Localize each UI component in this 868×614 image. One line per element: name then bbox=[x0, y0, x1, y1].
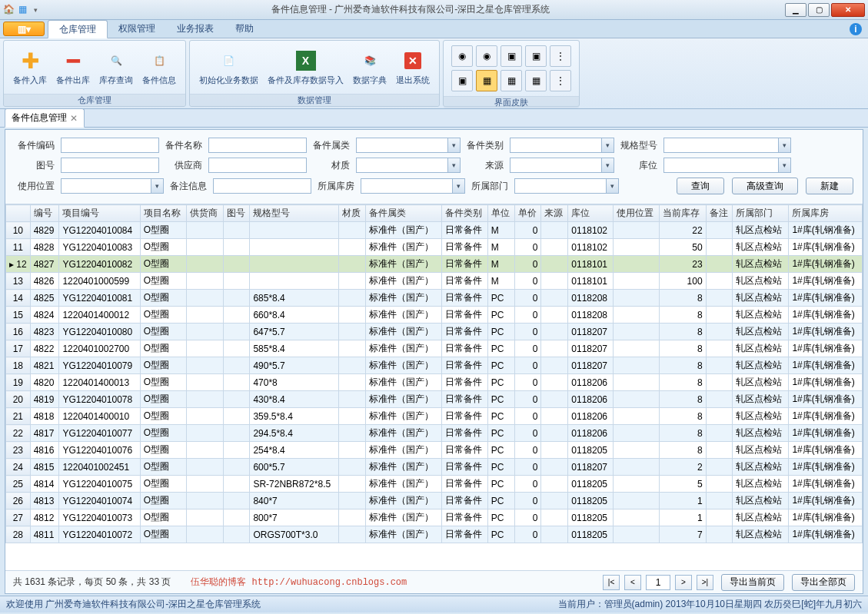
filter-input[interactable] bbox=[61, 178, 151, 194]
help-icon[interactable]: i bbox=[850, 23, 862, 35]
qat-apps-icon[interactable]: ▦ bbox=[18, 4, 31, 16]
qat-home-icon[interactable]: 🏠 bbox=[3, 4, 15, 16]
table-row[interactable]: 1348261220401000599O型圈标准件（国产）日常备件M001181… bbox=[6, 273, 863, 290]
export-current-button[interactable]: 导出当前页 bbox=[721, 574, 784, 591]
ribbon-button[interactable]: X备件及库存数据导入 bbox=[263, 47, 348, 88]
table-row[interactable]: 224817YG12204010077O型圈294.5*8.4标准件（国产）日常… bbox=[6, 425, 863, 442]
column-header[interactable]: 供货商 bbox=[187, 205, 224, 222]
skin-option[interactable]: ◉ bbox=[476, 45, 497, 67]
column-header[interactable]: 备注 bbox=[706, 205, 733, 222]
column-header[interactable]: 材质 bbox=[339, 205, 366, 222]
column-header[interactable]: 单位 bbox=[487, 205, 514, 222]
export-all-button[interactable]: 导出全部页 bbox=[792, 574, 855, 591]
column-header[interactable]: 规格型号 bbox=[250, 205, 339, 222]
skin-option[interactable]: ⋮ bbox=[550, 45, 571, 67]
ribbon-button[interactable]: ━备件出库 bbox=[52, 47, 95, 88]
table-row[interactable]: 204819YG12204010078O型圈430*8.4标准件（国产）日常备件… bbox=[6, 391, 863, 408]
app-menu-button[interactable]: ▥▾ bbox=[3, 22, 45, 36]
filter-input[interactable] bbox=[663, 138, 779, 153]
table-row[interactable]: 164823YG12204010080O型圈647*5.7标准件（国产）日常备件… bbox=[6, 324, 863, 340]
pager-page-input[interactable] bbox=[646, 575, 670, 590]
column-header[interactable]: 使用位置 bbox=[614, 205, 660, 222]
pager-first-button[interactable]: |< bbox=[603, 575, 620, 590]
ribbon-button[interactable]: 📄初始化业务数据 bbox=[195, 47, 263, 88]
dropdown-icon[interactable]: ▾ bbox=[151, 178, 164, 194]
dropdown-icon[interactable]: ▾ bbox=[453, 178, 465, 194]
dropdown-icon[interactable]: ▾ bbox=[448, 158, 461, 173]
column-header[interactable]: 当前库存 bbox=[660, 205, 706, 222]
filter-action-button[interactable]: 高级查询 bbox=[732, 178, 798, 194]
filter-input[interactable] bbox=[356, 138, 448, 153]
skin-option[interactable]: ▦ bbox=[525, 70, 547, 91]
minimize-button[interactable] bbox=[785, 3, 806, 17]
table-row[interactable]: 234816YG12204010076O型圈254*8.4标准件（国产）日常备件… bbox=[6, 442, 863, 459]
ribbon-button[interactable]: ✕退出系统 bbox=[391, 47, 434, 88]
skin-option[interactable]: ⋮ bbox=[550, 70, 571, 91]
skin-option[interactable]: ▣ bbox=[451, 70, 473, 91]
table-row[interactable]: 2148181220401400010O型圈359.5*8.4标准件（国产）日常… bbox=[6, 408, 863, 425]
filter-input[interactable] bbox=[510, 138, 602, 153]
dropdown-icon[interactable]: ▾ bbox=[602, 158, 614, 173]
filter-action-button[interactable]: 查询 bbox=[677, 178, 724, 194]
table-row[interactable]: ▸ 124827YG12204010082O型圈标准件（国产）日常备件M0011… bbox=[6, 256, 863, 273]
column-header[interactable]: 图号 bbox=[223, 205, 250, 222]
dropdown-icon[interactable]: ▾ bbox=[779, 138, 791, 153]
column-header[interactable]: 编号 bbox=[30, 205, 59, 222]
filter-input[interactable] bbox=[61, 138, 159, 153]
ribbon-button[interactable]: ✚备件入库 bbox=[8, 47, 52, 88]
menu-item[interactable]: 权限管理 bbox=[108, 20, 166, 38]
skin-option[interactable]: ▣ bbox=[525, 45, 547, 67]
skin-option[interactable]: ▦ bbox=[501, 70, 522, 91]
filter-input[interactable] bbox=[514, 178, 607, 194]
ribbon-button[interactable]: 📚数据字典 bbox=[348, 47, 391, 88]
dropdown-icon[interactable]: ▾ bbox=[602, 138, 614, 153]
filter-input[interactable] bbox=[208, 158, 307, 173]
pager-last-button[interactable]: >| bbox=[697, 575, 713, 590]
dropdown-icon[interactable]: ▾ bbox=[448, 138, 461, 153]
table-row[interactable]: 104829YG12204010084O型圈标准件（国产）日常备件M001181… bbox=[6, 222, 863, 239]
maximize-button[interactable] bbox=[808, 3, 830, 17]
pager-prev-button[interactable]: < bbox=[624, 575, 641, 590]
column-header[interactable]: 库位 bbox=[568, 205, 614, 222]
document-tab[interactable]: 备件信息管理 ✕ bbox=[5, 108, 85, 128]
skin-option[interactable]: ▦ bbox=[476, 70, 497, 91]
filter-input[interactable] bbox=[61, 158, 159, 173]
filter-input[interactable] bbox=[663, 158, 779, 173]
table-row[interactable]: 264813YG12204010074O型圈840*7标准件（国产）日常备件PC… bbox=[6, 493, 863, 509]
skin-option[interactable]: ◉ bbox=[451, 45, 473, 67]
table-row[interactable]: 144825YG12204010081O型圈685*8.4标准件（国产）日常备件… bbox=[6, 290, 863, 307]
table-row[interactable]: 114828YG12204010083O型圈标准件（国产）日常备件M001181… bbox=[6, 239, 863, 256]
column-header[interactable]: 备件类别 bbox=[441, 205, 487, 222]
close-tab-icon[interactable]: ✕ bbox=[70, 113, 78, 124]
table-row[interactable]: 284811YG12204010072O型圈ORGS700T*3.0标准件（国产… bbox=[6, 526, 863, 543]
column-header[interactable]: 所属部门 bbox=[733, 205, 789, 222]
menu-item[interactable]: 业务报表 bbox=[166, 20, 224, 38]
table-row[interactable]: 254814YG12204010075O型圈SR-72NBR872*8.5标准件… bbox=[6, 476, 863, 493]
column-header[interactable]: 项目名称 bbox=[140, 205, 186, 222]
filter-action-button[interactable]: 新建 bbox=[806, 178, 853, 194]
filter-input[interactable] bbox=[213, 178, 311, 194]
table-row[interactable]: 184821YG12204010079O型圈490*5.7标准件（国产）日常备件… bbox=[6, 357, 863, 374]
column-header[interactable]: 项目编号 bbox=[59, 205, 140, 222]
filter-input[interactable] bbox=[208, 138, 307, 153]
column-header[interactable] bbox=[6, 205, 31, 222]
menu-item[interactable]: 仓库管理 bbox=[48, 20, 108, 38]
ribbon-button[interactable]: 📋备件信息 bbox=[138, 47, 181, 88]
filter-input[interactable] bbox=[361, 178, 453, 194]
column-header[interactable]: 来源 bbox=[541, 205, 568, 222]
skin-option[interactable]: ▣ bbox=[501, 45, 522, 67]
column-header[interactable]: 备件属类 bbox=[366, 205, 441, 222]
dropdown-icon[interactable]: ▾ bbox=[779, 158, 791, 173]
pager-next-button[interactable]: > bbox=[675, 575, 692, 590]
column-header[interactable]: 所属库房 bbox=[789, 205, 863, 222]
close-button[interactable] bbox=[831, 3, 865, 17]
column-header[interactable]: 单价 bbox=[514, 205, 541, 222]
filter-input[interactable] bbox=[510, 158, 602, 173]
table-row[interactable]: 274812YG12204010073O型圈800*7标准件（国产）日常备件PC… bbox=[6, 509, 863, 526]
dropdown-icon[interactable]: ▾ bbox=[607, 178, 619, 194]
table-row[interactable]: 2448151220401002451O型圈600*5.7标准件（国产）日常备件… bbox=[6, 459, 863, 476]
table-row[interactable]: 1948201220401400013O型圈470*8标准件（国产）日常备件PC… bbox=[6, 374, 863, 391]
menu-item[interactable]: 帮助 bbox=[224, 20, 264, 38]
filter-input[interactable] bbox=[356, 158, 448, 173]
table-row[interactable]: 1748221220401002700O型圈585*8.4标准件（国产）日常备件… bbox=[6, 340, 863, 357]
